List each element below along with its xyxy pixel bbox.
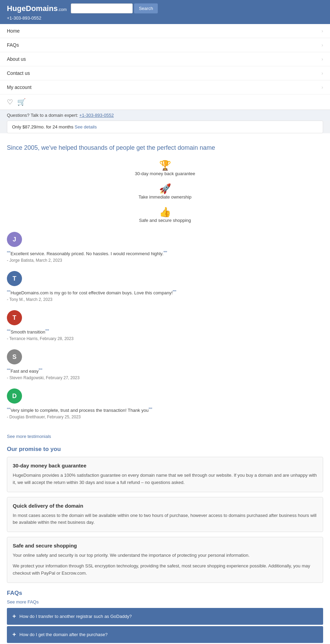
- promise-card-secure: Safe and secure shopping Your online saf…: [7, 537, 323, 583]
- hero-title: Since 2005, we've helped thousands of pe…: [7, 144, 323, 151]
- promise-card-title-2: Quick delivery of the domain: [13, 503, 317, 509]
- money-back-icon: 🏆: [159, 160, 171, 171]
- nav-item-account[interactable]: My account ›: [0, 80, 330, 94]
- feature-money-back: 🏆 30-day money back guarantee: [7, 156, 323, 180]
- testimonial-text-4: Fast and easy: [7, 368, 323, 374]
- testimonials-section: J Excellent service. Reasonably priced. …: [7, 232, 323, 431]
- testimonial-author-4: - Steven Radgowski, February 27, 2023: [7, 375, 323, 380]
- search-button[interactable]: Search: [134, 3, 158, 13]
- cart-icon[interactable]: 🛒: [17, 98, 26, 106]
- avatar-tony: T: [7, 271, 22, 286]
- faq-plus-icon-1: +: [12, 613, 16, 620]
- faqs-section: FAQs See more FAQs + How do I transfer t…: [7, 590, 323, 644]
- search-input[interactable]: [71, 3, 133, 13]
- main-content: Since 2005, we've helped thousands of pe…: [0, 133, 330, 644]
- nav-item-contact[interactable]: Contact us ›: [0, 66, 330, 80]
- testimonial-text-5: Very simple to complete, trust and proce…: [7, 407, 323, 413]
- promise-card-text-3b: We protect your information through SSL …: [13, 563, 317, 577]
- questions-banner: Questions? Talk to a domain expert: +1-3…: [0, 110, 330, 121]
- promise-card-money-back: 30-day money back guarantee HugeDomains …: [7, 457, 323, 492]
- site-header: HugeDomains.com Search +1-303-893-0552: [0, 0, 330, 24]
- features-section: 🏆 30-day money back guarantee 🚀 Take imm…: [7, 156, 323, 226]
- testimonial-1: J Excellent service. Reasonably priced. …: [7, 232, 323, 263]
- testimonial-author-5: - Douglas Bretthauer, February 25, 2023: [7, 415, 323, 419]
- ownership-icon: 🚀: [159, 183, 171, 194]
- nav-item-faqs[interactable]: FAQs ›: [0, 38, 330, 52]
- testimonial-author-1: - Jorge Batista, March 2, 2023: [7, 258, 323, 263]
- wishlist-icon[interactable]: ♡: [7, 98, 13, 106]
- tooltip-see-details-link[interactable]: See details: [75, 124, 97, 129]
- feature-secure: 👍 Safe and secure shopping: [7, 203, 323, 226]
- navigation: Home › FAQs › About us › Contact us › My…: [0, 24, 330, 110]
- avatar-terrance: T: [7, 310, 22, 325]
- testimonial-2: T HugeDomains.com is my go to for cost e…: [7, 271, 323, 302]
- nav-item-home[interactable]: Home ›: [0, 24, 330, 38]
- faq-item-1[interactable]: + How do I transfer to another registrar…: [7, 608, 323, 625]
- see-more-faqs-link[interactable]: See more FAQs: [7, 599, 323, 605]
- testimonial-text-1: Excellent service. Reasonably priced. No…: [7, 250, 323, 257]
- see-more-testimonials-link[interactable]: See more testimonials: [7, 434, 323, 439]
- header-phone: +1-303-893-0552: [7, 15, 323, 21]
- avatar-douglas: D: [7, 388, 22, 404]
- tooltip-banner: Only $87.29/mo. for 24 months See detail…: [7, 121, 323, 133]
- testimonial-5: D Very simple to complete, trust and pro…: [7, 388, 323, 419]
- promise-card-title-1: 30-day money back guarantee: [13, 463, 317, 468]
- promise-card-delivery: Quick delivery of the domain In most cas…: [7, 497, 323, 532]
- promise-card-title-3: Safe and secure shopping: [13, 543, 317, 549]
- testimonial-text-2: HugeDomains.com is my go to for cost eff…: [7, 290, 323, 296]
- testimonial-author-3: - Terrance Harris, February 28, 2023: [7, 336, 323, 341]
- site-logo: HugeDomains.com: [7, 4, 67, 13]
- search-form: Search: [71, 3, 158, 13]
- testimonial-3: T Smooth transition - Terrance Harris, F…: [7, 310, 323, 341]
- avatar-jorge: J: [7, 232, 22, 247]
- promise-card-text-3a: Your online safety and security is our t…: [13, 552, 317, 559]
- testimonial-4: S Fast and easy - Steven Radgowski, Febr…: [7, 349, 323, 380]
- promise-title: Our promise to you: [7, 446, 323, 453]
- faq-plus-icon-2: +: [12, 631, 16, 638]
- promise-card-text-2: In most cases access to the domain will …: [13, 512, 317, 527]
- nav-item-about[interactable]: About us ›: [0, 52, 330, 66]
- avatar-steven: S: [7, 349, 22, 364]
- faqs-title: FAQs: [7, 590, 323, 597]
- secure-icon: 👍: [159, 206, 171, 218]
- promise-card-text-1: HugeDomains provides a 100% satisfaction…: [13, 472, 317, 486]
- feature-ownership: 🚀 Take immediate ownership: [7, 180, 323, 203]
- questions-phone-link[interactable]: +1-303-893-0552: [79, 113, 114, 118]
- testimonial-author-2: - Tony M., March 2, 2023: [7, 297, 323, 302]
- testimonial-text-3: Smooth transition: [7, 329, 323, 335]
- faq-item-2[interactable]: + How do I get the domain after the purc…: [7, 626, 323, 643]
